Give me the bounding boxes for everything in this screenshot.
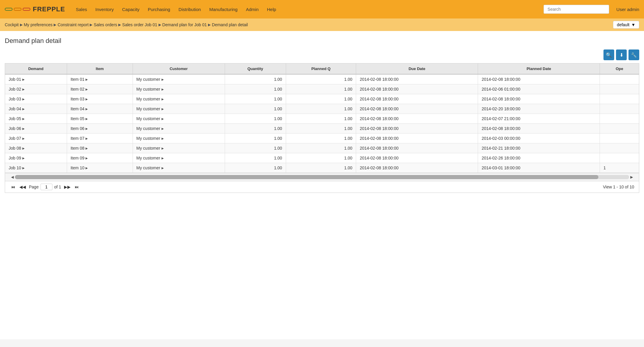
col-header-quantity[interactable]: Quantity bbox=[225, 63, 286, 74]
breadcrumb-sep-2: ▶ bbox=[54, 23, 56, 27]
item-link[interactable]: Item 02 ▶ bbox=[71, 87, 129, 92]
demand-link[interactable]: Job 07 ▶ bbox=[9, 136, 63, 141]
col-header-planned-q[interactable]: Planned Q bbox=[286, 63, 356, 74]
col-header-demand[interactable]: Demand bbox=[5, 63, 67, 74]
item-arrow-icon: ▶ bbox=[86, 97, 88, 101]
download-button[interactable]: ⬇ bbox=[616, 49, 627, 60]
search-button[interactable]: 🔍 bbox=[603, 49, 614, 60]
customer-link[interactable]: My customer ▶ bbox=[136, 156, 221, 160]
item-link[interactable]: Item 01 ▶ bbox=[71, 77, 129, 82]
item-link[interactable]: Item 06 ▶ bbox=[71, 126, 129, 131]
customer-link[interactable]: My customer ▶ bbox=[136, 106, 221, 111]
demand-link[interactable]: Job 09 ▶ bbox=[9, 156, 63, 160]
pagination-bar: ⏮ ◀◀ Page of 1 ▶▶ ⏭ View 1 - 10 of 10 bbox=[5, 181, 639, 193]
prev-page-button[interactable]: ◀◀ bbox=[18, 184, 27, 190]
horizontal-scrollbar[interactable] bbox=[15, 175, 629, 179]
scroll-right-icon[interactable]: ▶ bbox=[629, 175, 634, 179]
cell-customer: My customer ▶ bbox=[133, 104, 225, 114]
demand-link[interactable]: Job 10 ▶ bbox=[9, 165, 63, 170]
customer-link[interactable]: My customer ▶ bbox=[136, 126, 221, 131]
demand-link[interactable]: Job 03 ▶ bbox=[9, 97, 63, 101]
nav-items: Sales Inventory Capacity Purchasing Dist… bbox=[72, 5, 544, 14]
demand-link[interactable]: Job 04 ▶ bbox=[9, 106, 63, 111]
customer-link[interactable]: My customer ▶ bbox=[136, 136, 221, 141]
search-icon: 🔍 bbox=[606, 52, 612, 58]
cell-due-date: 2014-02-08 18:00:00 bbox=[356, 94, 478, 104]
item-arrow-icon: ▶ bbox=[86, 147, 88, 150]
customer-link[interactable]: My customer ▶ bbox=[136, 77, 221, 82]
breadcrumb-constraint-report[interactable]: Constraint report bbox=[58, 22, 89, 27]
breadcrumb-cockpit[interactable]: Cockpit bbox=[5, 22, 19, 27]
scenario-selector[interactable]: default ▼ bbox=[613, 21, 639, 29]
nav-item-purchasing[interactable]: Purchasing bbox=[144, 5, 174, 14]
item-link[interactable]: Item 09 ▶ bbox=[71, 156, 129, 160]
cell-quantity: 1.00 bbox=[225, 143, 286, 153]
item-link[interactable]: Item 07 ▶ bbox=[71, 136, 129, 141]
demand-arrow-icon: ▶ bbox=[22, 78, 25, 81]
customer-link[interactable]: My customer ▶ bbox=[136, 165, 221, 170]
nav-item-manufacturing[interactable]: Manufacturing bbox=[206, 5, 241, 14]
breadcrumb-sales-orders[interactable]: Sales orders bbox=[94, 22, 117, 27]
nav-item-capacity[interactable]: Capacity bbox=[119, 5, 143, 14]
cell-planned-q: 1.00 bbox=[286, 104, 356, 114]
demand-plan-table: Demand Item Customer Quantity Planned Q … bbox=[5, 63, 639, 173]
item-link[interactable]: Item 08 ▶ bbox=[71, 146, 129, 151]
scroll-left-icon[interactable]: ◀ bbox=[10, 175, 15, 179]
settings-button[interactable]: 🔧 bbox=[629, 49, 639, 60]
col-header-item[interactable]: Item bbox=[67, 63, 133, 74]
nav-item-help[interactable]: Help bbox=[263, 5, 280, 14]
nav-item-admin[interactable]: Admin bbox=[242, 5, 262, 14]
customer-link[interactable]: My customer ▶ bbox=[136, 146, 221, 151]
demand-link[interactable]: Job 02 ▶ bbox=[9, 87, 63, 92]
col-header-ope[interactable]: Ope bbox=[600, 63, 639, 74]
scenario-label: default bbox=[617, 22, 629, 27]
page-content: Demand plan detail 🔍 ⬇ 🔧 Demand Item Cus… bbox=[0, 31, 644, 339]
col-header-planned-date[interactable]: Planned Date bbox=[478, 63, 600, 74]
top-navigation: FREPPLE Sales Inventory Capacity Purchas… bbox=[0, 0, 644, 18]
scenario-chevron-icon: ▼ bbox=[631, 22, 635, 27]
breadcrumb-sep-1: ▶ bbox=[20, 23, 23, 27]
item-link[interactable]: Item 05 ▶ bbox=[71, 116, 129, 121]
customer-arrow-icon: ▶ bbox=[162, 88, 164, 91]
page-title: Demand plan detail bbox=[5, 37, 639, 45]
last-page-button[interactable]: ⏭ bbox=[74, 184, 80, 190]
search-input[interactable] bbox=[544, 5, 609, 14]
col-header-customer[interactable]: Customer bbox=[133, 63, 225, 74]
cell-planned-q: 1.00 bbox=[286, 74, 356, 84]
nav-item-distribution[interactable]: Distribution bbox=[175, 5, 204, 14]
next-page-button[interactable]: ▶▶ bbox=[63, 184, 72, 190]
nav-item-inventory[interactable]: Inventory bbox=[92, 5, 117, 14]
customer-link[interactable]: My customer ▶ bbox=[136, 97, 221, 101]
cell-quantity: 1.00 bbox=[225, 84, 286, 94]
col-header-due-date[interactable]: Due Date bbox=[356, 63, 478, 74]
demand-link[interactable]: Job 08 ▶ bbox=[9, 146, 63, 151]
cell-item: Item 10 ▶ bbox=[67, 163, 133, 173]
item-link[interactable]: Item 04 ▶ bbox=[71, 106, 129, 111]
cell-planned-q: 1.00 bbox=[286, 94, 356, 104]
logo[interactable]: FREPPLE bbox=[5, 5, 65, 13]
item-link[interactable]: Item 03 ▶ bbox=[71, 97, 129, 101]
demand-link[interactable]: Job 06 ▶ bbox=[9, 126, 63, 131]
pagination-controls: ⏮ ◀◀ Page of 1 ▶▶ ⏭ bbox=[10, 184, 80, 190]
customer-link[interactable]: My customer ▶ bbox=[136, 87, 221, 92]
cell-item: Item 04 ▶ bbox=[67, 104, 133, 114]
demand-link[interactable]: Job 01 ▶ bbox=[9, 77, 63, 82]
user-admin-link[interactable]: User admin bbox=[616, 7, 639, 12]
table-header-row: Demand Item Customer Quantity Planned Q … bbox=[5, 63, 639, 74]
cell-due-date: 2014-02-08 18:00:00 bbox=[356, 143, 478, 153]
demand-link[interactable]: Job 05 ▶ bbox=[9, 116, 63, 121]
first-page-button[interactable]: ⏮ bbox=[10, 184, 16, 190]
cell-ope bbox=[600, 124, 639, 134]
item-link[interactable]: Item 10 ▶ bbox=[71, 165, 129, 170]
breadcrumb-sales-order-job01[interactable]: Sales order Job 01 bbox=[122, 22, 157, 27]
page-number-input[interactable] bbox=[41, 184, 52, 190]
cell-item: Item 07 ▶ bbox=[67, 134, 133, 143]
cell-ope bbox=[600, 94, 639, 104]
cell-item: Item 03 ▶ bbox=[67, 94, 133, 104]
nav-item-sales[interactable]: Sales bbox=[72, 5, 91, 14]
breadcrumb-demand-plan-job01[interactable]: Demand plan for Job 01 bbox=[162, 22, 207, 27]
cell-planned-q: 1.00 bbox=[286, 114, 356, 124]
breadcrumb-my-preferences[interactable]: My preferences bbox=[24, 22, 52, 27]
cell-customer: My customer ▶ bbox=[133, 163, 225, 173]
customer-link[interactable]: My customer ▶ bbox=[136, 116, 221, 121]
